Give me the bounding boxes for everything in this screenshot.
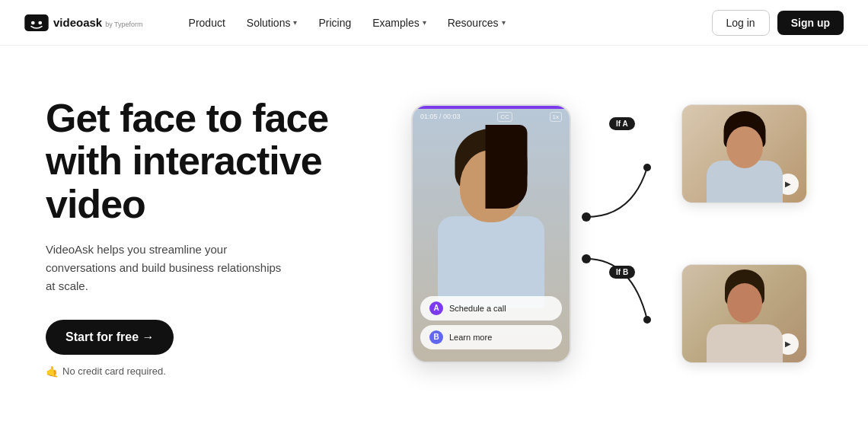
svg-point-2 <box>38 21 42 24</box>
cta-button[interactable]: Start for free → <box>46 320 174 355</box>
choice-a-button[interactable]: A Schedule a call <box>420 296 562 321</box>
hero-title: Get face to face with interactive video <box>46 97 365 225</box>
nav-resources[interactable]: Resources ▾ <box>439 12 515 33</box>
logo[interactable]: videoaskby Typeform <box>24 14 143 31</box>
choice-a-text: Schedule a call <box>449 304 506 313</box>
login-button[interactable]: Log in <box>712 10 770 36</box>
choice-buttons: A Schedule a call B Learn more <box>420 296 562 349</box>
navigation: videoaskby Typeform Product Solutions ▾ … <box>0 0 868 46</box>
logo-wordmark: videoaskby Typeform <box>53 16 143 29</box>
side-card-bottom: ▶ <box>681 264 807 363</box>
branch-b-label: If B <box>609 264 635 278</box>
svg-point-3 <box>582 212 591 222</box>
nav-examples[interactable]: Examples ▾ <box>363 12 435 33</box>
svg-point-5 <box>582 254 591 263</box>
svg-point-1 <box>31 21 35 24</box>
nav-solutions[interactable]: Solutions ▾ <box>238 12 307 33</box>
nav-actions: Log in Sign up <box>712 10 844 36</box>
nav-pricing[interactable]: Pricing <box>309 12 360 33</box>
signup-button[interactable]: Sign up <box>777 11 844 35</box>
choice-b-button[interactable]: B Learn more <box>420 325 562 349</box>
chevron-down-icon: ▾ <box>502 18 506 27</box>
side-card-top: ▶ <box>681 104 807 203</box>
branch-a-label: If A <box>609 116 635 129</box>
svg-point-6 <box>643 316 651 324</box>
logo-icon <box>24 14 49 31</box>
hero-subtitle: VideoAsk helps you streamline your conve… <box>46 241 289 295</box>
nav-links: Product Solutions ▾ Pricing Examples ▾ R… <box>180 12 712 33</box>
nav-product[interactable]: Product <box>180 12 235 33</box>
cc-badge: CC <box>497 112 512 122</box>
chevron-down-icon: ▾ <box>293 18 297 27</box>
speed-badge: 1x <box>550 112 562 122</box>
fire-icon: 🤙 <box>46 365 59 378</box>
hero-illustration: 01:05 / 00:03 CC 1x A Schedule a call B <box>365 46 822 421</box>
hero-section: Get face to face with interactive video … <box>0 46 868 421</box>
choice-a-label: A <box>429 301 443 315</box>
chevron-down-icon: ▾ <box>423 18 426 27</box>
hero-content: Get face to face with interactive video … <box>46 89 365 377</box>
choice-b-label: B <box>429 330 443 344</box>
video-time: 01:05 / 00:03 <box>420 113 461 120</box>
no-cc-notice: 🤙 No credit card required. <box>46 365 365 378</box>
main-video-card: 01:05 / 00:03 CC 1x A Schedule a call B <box>411 104 571 363</box>
svg-point-4 <box>643 164 651 171</box>
progress-strip <box>413 106 570 109</box>
choice-b-text: Learn more <box>449 333 492 342</box>
